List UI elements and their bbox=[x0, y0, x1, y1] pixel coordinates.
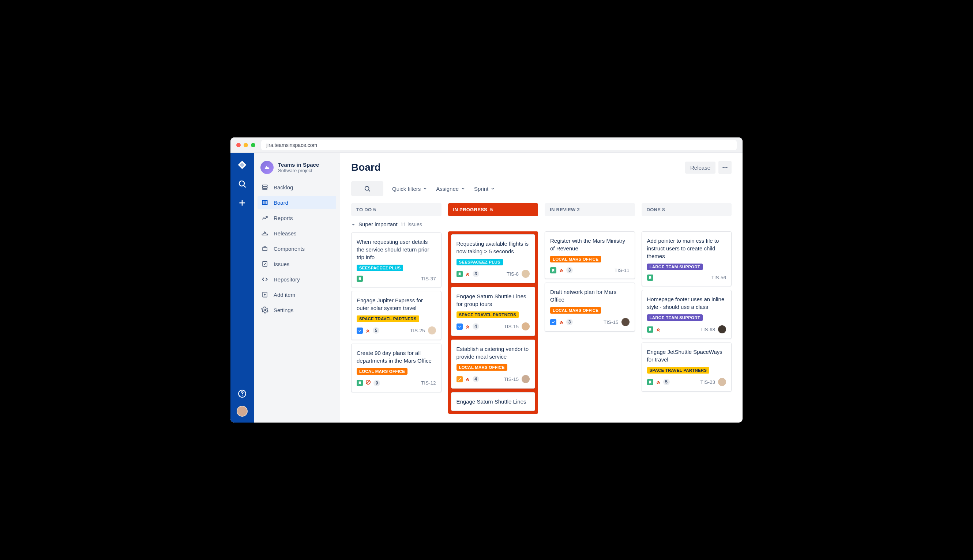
url-bar[interactable]: jira.teamsinspace.com bbox=[261, 140, 737, 150]
column-header[interactable]: IN REVIEW 2 bbox=[545, 203, 635, 216]
epic-tag[interactable]: SPACE TRAVEL PARTNERS bbox=[647, 367, 710, 373]
profile-avatar[interactable] bbox=[237, 406, 247, 417]
nav-label: Releases bbox=[274, 230, 297, 237]
assignee-avatar[interactable] bbox=[428, 327, 436, 335]
assignee-avatar[interactable] bbox=[718, 325, 726, 333]
issue-card[interactable]: Add pointer to main css file to instruct… bbox=[642, 232, 732, 286]
assignee-avatar[interactable] bbox=[522, 322, 530, 330]
issue-card[interactable]: Establish a catering vendor to provide m… bbox=[451, 340, 535, 388]
epic-tag[interactable]: SPACE TRAVEL PARTNERS bbox=[456, 312, 519, 318]
svg-point-21 bbox=[365, 187, 369, 190]
help-icon[interactable] bbox=[237, 389, 247, 400]
issue-card[interactable]: Engage JetShuttle SpaceWays for travelSP… bbox=[642, 343, 732, 392]
issue-card[interactable]: Requesting available flights is now taki… bbox=[451, 234, 535, 283]
column-header[interactable]: IN PROGRESS 5 bbox=[448, 203, 538, 216]
card-title: Add pointer to main css file to instruct… bbox=[647, 237, 726, 260]
epic-tag[interactable]: LOCAL MARS OFFICE bbox=[550, 256, 601, 262]
issue-key: TIS-37 bbox=[421, 276, 436, 282]
epic-tag[interactable]: SEESPACEEZ PLUS bbox=[456, 259, 503, 265]
nav-backlog[interactable]: Backlog bbox=[257, 180, 336, 194]
nav-settings[interactable]: Settings bbox=[257, 303, 336, 317]
project-header[interactable]: Teams in Space Software project bbox=[257, 161, 336, 178]
priority-highest-icon bbox=[655, 327, 661, 332]
column-header[interactable]: DONE 8 bbox=[642, 203, 732, 216]
issue-key: TIS-11 bbox=[615, 268, 630, 273]
epic-tag[interactable]: SEESPACEEZ PLUS bbox=[357, 265, 403, 271]
assignee-avatar[interactable] bbox=[622, 318, 630, 326]
card-list: Register with the Mars Ministry of Reven… bbox=[545, 232, 635, 332]
blocked-icon bbox=[365, 379, 371, 387]
issue-card[interactable]: Engage Jupiter Express for outer solar s… bbox=[351, 291, 441, 340]
svg-point-20 bbox=[726, 167, 727, 168]
quick-filters-dropdown[interactable]: Quick filters bbox=[392, 186, 427, 192]
card-title: When requesting user details the service… bbox=[357, 238, 436, 261]
story-icon bbox=[550, 267, 557, 273]
nav-label: Components bbox=[274, 246, 305, 252]
issue-key: TIS-23 bbox=[700, 380, 715, 385]
board-search[interactable] bbox=[351, 181, 383, 196]
issue-card[interactable]: Register with the Mars Ministry of Reven… bbox=[545, 232, 635, 279]
nav-repository[interactable]: Repository bbox=[257, 273, 336, 286]
column-inreview: IN REVIEW 2 Register with the Mars Minis… bbox=[545, 203, 635, 423]
card-title: Engage Saturn Shuttle Lines bbox=[456, 398, 530, 405]
swimlane-count: 11 issues bbox=[401, 222, 422, 227]
sprint-dropdown[interactable]: Sprint bbox=[474, 186, 495, 192]
search-icon[interactable] bbox=[237, 179, 247, 190]
chevron-down-icon bbox=[351, 222, 356, 227]
card-title: Register with the Mars Ministry of Reven… bbox=[550, 237, 630, 252]
epic-tag[interactable]: LARGE TEAM SUPPORT bbox=[647, 314, 703, 321]
card-title: Requesting available flights is now taki… bbox=[456, 240, 530, 255]
assignee-avatar[interactable] bbox=[522, 270, 530, 278]
story-points: 4 bbox=[473, 376, 479, 382]
task-icon bbox=[456, 323, 463, 330]
nav-components[interactable]: Components bbox=[257, 242, 336, 255]
issue-key: TIS-15 bbox=[504, 377, 519, 382]
epic-tag[interactable]: LARGE TEAM SUPPORT bbox=[647, 263, 703, 270]
epic-tag[interactable]: LOCAL MARS OFFICE bbox=[456, 364, 507, 371]
issue-card[interactable]: Draft network plan for Mars OfficeLOCAL … bbox=[545, 283, 635, 332]
more-actions-button[interactable] bbox=[719, 161, 732, 174]
column-header[interactable]: TO DO 5 bbox=[351, 203, 441, 216]
svg-line-22 bbox=[369, 190, 370, 192]
assignee-avatar[interactable] bbox=[522, 375, 530, 383]
assignee-avatar[interactable] bbox=[718, 378, 726, 386]
assignee-dropdown[interactable]: Assignee bbox=[436, 186, 465, 192]
nav-issues[interactable]: Issues bbox=[257, 257, 336, 270]
card-title: Engage Saturn Shuttle Lines for group to… bbox=[456, 292, 530, 308]
story-points: 3 bbox=[566, 267, 573, 273]
priority-highest-icon bbox=[465, 271, 470, 277]
epic-tag[interactable]: SPACE TRAVEL PARTNERS bbox=[357, 315, 419, 322]
priority-highest-icon bbox=[465, 377, 470, 382]
jira-logo-icon[interactable] bbox=[237, 160, 247, 171]
create-icon[interactable] bbox=[237, 198, 247, 209]
release-button[interactable]: Release bbox=[685, 162, 716, 173]
nav-label: Repository bbox=[274, 276, 300, 283]
nav-label: Backlog bbox=[274, 184, 293, 190]
issue-card[interactable]: Homepage footer uses an inline style - s… bbox=[642, 290, 732, 339]
issue-card[interactable]: Engage Saturn Shuttle Lines for group to… bbox=[451, 287, 535, 336]
url-text: jira.teamsinspace.com bbox=[266, 142, 317, 148]
nav-reports[interactable]: Reports bbox=[257, 211, 336, 225]
card-title: Draft network plan for Mars Office bbox=[550, 288, 630, 303]
story-points: 5 bbox=[373, 327, 380, 334]
column-inprogress: IN PROGRESS 5 Requesting available fligh… bbox=[448, 203, 538, 423]
nav-add-item[interactable]: Add item bbox=[257, 288, 336, 301]
main-content: Board Release Quick filters Assigne bbox=[340, 153, 742, 423]
nav-releases[interactable]: Releases bbox=[257, 227, 336, 240]
close-window-button[interactable] bbox=[236, 143, 241, 147]
issue-card[interactable]: Create 90 day plans for all departments … bbox=[351, 343, 441, 392]
epic-tag[interactable]: LOCAL MARS OFFICE bbox=[357, 368, 408, 375]
priority-highest-icon bbox=[558, 268, 564, 273]
maximize-window-button[interactable] bbox=[251, 143, 255, 147]
issue-card[interactable]: Engage Saturn Shuttle Lines bbox=[451, 392, 535, 411]
story-icon bbox=[357, 276, 363, 282]
epic-tag[interactable]: LOCAL MARS OFFICE bbox=[550, 307, 601, 313]
svg-rect-8 bbox=[262, 188, 267, 189]
swimlane-name: Super important bbox=[358, 221, 398, 227]
nav-board[interactable]: Board bbox=[257, 196, 336, 209]
task-icon bbox=[550, 319, 557, 325]
swimlane-toggle[interactable]: Super important 11 issues bbox=[351, 221, 441, 227]
minimize-window-button[interactable] bbox=[244, 143, 248, 147]
issue-card[interactable]: When requesting user details the service… bbox=[351, 232, 441, 287]
priority-highest-icon bbox=[558, 320, 564, 325]
